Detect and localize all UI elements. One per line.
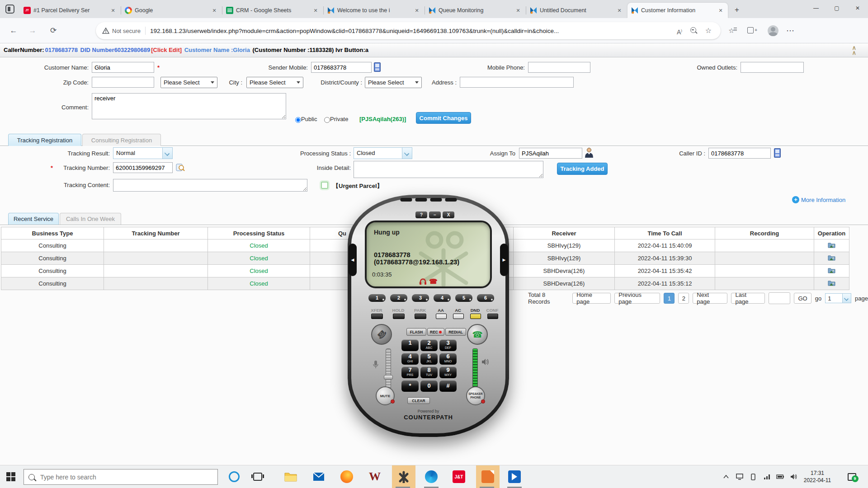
address-input[interactable] [460,77,574,88]
favorites-icon[interactable] [725,24,738,37]
call-button[interactable]: ☎ [467,324,488,345]
state-select[interactable]: Please Select [160,77,217,88]
next-page-button[interactable]: Next page [693,293,727,304]
taskbar-w-app[interactable]: W [364,465,386,488]
keypad-7[interactable]: 7PRS [401,366,419,378]
go-button[interactable]: GO [794,293,811,304]
keypad-3[interactable]: 3DEF [439,339,457,351]
hold-key[interactable] [393,314,405,319]
phone-left-arrow-button[interactable]: ◀ [349,244,357,276]
tracking-result-select[interactable]: Normal [113,147,173,159]
aa-key[interactable] [436,314,447,319]
address-bar[interactable]: Not secure 192.168.1.23/userweb/index.ph… [96,22,721,39]
action-center-button[interactable]: 9 [842,465,862,488]
line-3-button[interactable]: 3 [412,294,429,302]
browser-tab-parcel[interactable]: JT #1 Parcel Delivery Ser [20,3,120,18]
keypad-4[interactable]: 4GHI [401,353,419,365]
tab-calls-in-one-week[interactable]: Calls In One Week [60,213,121,225]
keypad-6[interactable]: 6MNO [439,353,457,365]
page-select[interactable]: 1 [825,293,851,303]
tab-close-icon[interactable] [514,7,522,14]
tab-close-icon[interactable] [109,7,117,14]
ac-key[interactable] [453,314,464,319]
tab-close-icon[interactable] [413,7,420,14]
conf-key[interactable] [487,314,498,319]
keypad-0[interactable]: 0 [420,380,438,392]
tray-chevron-up-icon[interactable] [720,465,732,488]
browser-tab-untitled[interactable]: Untitled Document [526,3,627,18]
tray-speaker-icon[interactable] [788,465,800,488]
caller-id-input[interactable] [708,148,771,159]
taskbar-jt-app[interactable]: J&T [448,465,470,488]
phone-right-arrow-button[interactable]: ▶ [500,244,508,276]
city-select[interactable]: Please Select [246,77,303,88]
line-1-button[interactable]: 1 [368,294,386,302]
taskbar-orange-app[interactable] [476,465,500,488]
tray-battery-icon[interactable] [774,465,787,488]
keypad-star[interactable]: * [401,380,419,392]
park-key[interactable] [415,314,426,319]
phone-close-button[interactable]: X [443,211,454,218]
window-maximize-button[interactable]: ▢ [826,0,847,16]
tab-close-icon[interactable] [312,7,319,14]
tab-actions-menu-icon[interactable] [5,5,14,14]
last-page-button[interactable]: Last page [731,293,765,304]
forward-button[interactable]: → [26,24,39,37]
public-radio[interactable] [295,117,301,123]
assign-to-input[interactable] [519,148,582,159]
caller-customer-name[interactable]: Customer Name :Gloria [184,47,250,53]
previous-page-button[interactable]: Previous page [614,293,660,304]
chevron-down-icon[interactable] [162,148,172,159]
cellphone-icon[interactable] [374,62,381,72]
refresh-button[interactable]: ⟳ [47,24,60,37]
search-tracking-icon[interactable] [176,163,185,172]
mobile-phone-input[interactable] [528,62,590,73]
keypad-1[interactable]: 1 [401,339,419,351]
taskbar-softphone-app[interactable] [392,465,415,488]
private-radio[interactable] [324,117,330,123]
clear-button[interactable]: CLEAR [407,397,430,404]
tab-consulting-registration[interactable]: Consulting Registration [82,134,161,146]
tracking-content-textarea[interactable] [113,179,307,192]
new-tab-button[interactable] [731,5,742,15]
softphone[interactable]: ? − X Hung up 0178683778 (0178683778@192… [348,195,509,437]
taskbar-edge[interactable] [420,465,442,488]
taskbar-blue-app[interactable] [504,465,525,488]
add-favorite-icon[interactable] [703,25,714,37]
browser-tab-customer-information[interactable]: Customer Information [627,3,728,18]
home-page-button[interactable]: Home page [572,293,611,304]
tab-close-icon[interactable] [616,7,623,14]
search-input[interactable] [39,473,213,481]
processing-status-select[interactable]: Closed [354,147,412,159]
taskbar-clock[interactable]: 17:31 2022-04-11 [799,465,835,488]
page-1-button[interactable]: 1 [664,293,675,304]
read-aloud-icon[interactable]: A) [674,25,685,37]
goto-page-input[interactable] [769,292,790,304]
urgent-parcel-checkbox[interactable] [321,182,328,189]
view-record-icon[interactable] [828,280,835,286]
redial-button[interactable]: REDIAL [445,328,466,336]
window-minimize-button[interactable]: — [806,0,826,16]
view-record-icon[interactable] [828,254,835,261]
comment-textarea[interactable]: receiver [92,93,286,119]
tab-tracking-registration[interactable]: Tracking Registration [8,134,81,146]
tab-close-icon[interactable] [211,7,218,14]
tab-close-icon[interactable] [717,7,724,14]
keypad-5[interactable]: 5JKL [420,353,438,365]
keypad-2[interactable]: 2ABC [420,339,438,351]
back-button[interactable]: ← [7,24,20,37]
customer-name-input[interactable] [92,62,154,73]
view-record-icon[interactable] [828,242,835,248]
keypad-pound[interactable]: # [439,380,457,392]
tray-network-icon[interactable] [760,465,773,488]
collections-icon[interactable] [745,24,758,37]
tray-monitor-icon[interactable] [733,465,746,488]
collapse-panel-icon[interactable]: ∧∧ [852,45,856,55]
more-information-link[interactable]: + More Information [792,196,845,203]
flash-button[interactable]: FLASH [406,328,426,336]
cellphone-icon[interactable] [774,148,781,158]
settings-menu-icon[interactable] [784,24,797,37]
line-2-button[interactable]: 2 [390,294,407,302]
owned-outlets-input[interactable] [741,62,804,73]
browser-tab-queue-monitoring[interactable]: Queue Monitoring [425,3,525,18]
